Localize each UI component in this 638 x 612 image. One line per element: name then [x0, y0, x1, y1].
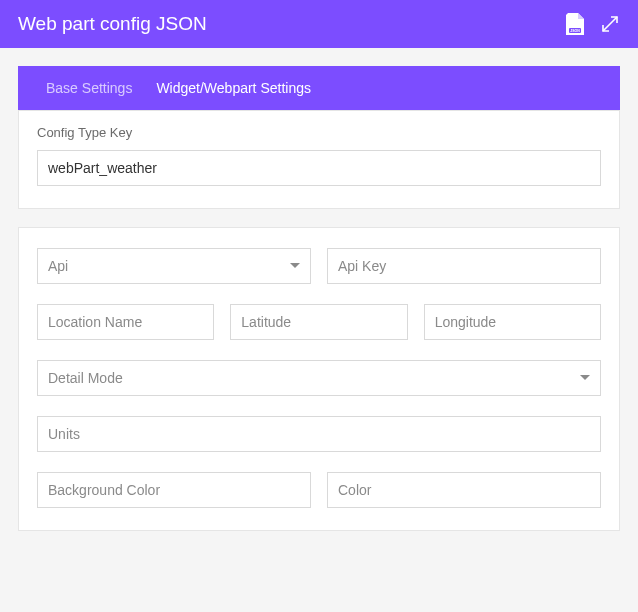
units-input[interactable] — [37, 416, 601, 452]
color-input[interactable] — [327, 472, 601, 508]
api-select[interactable]: Api — [37, 248, 311, 284]
detail-mode-select[interactable]: Detail Mode — [37, 360, 601, 396]
json-file-icon[interactable]: JSON — [566, 13, 584, 35]
latitude-input[interactable] — [230, 304, 407, 340]
dialog-title: Web part config JSON — [18, 13, 207, 35]
expand-icon[interactable] — [600, 14, 620, 34]
chevron-down-icon — [580, 375, 590, 381]
settings-card: Api Detai — [18, 227, 620, 531]
chevron-down-icon — [290, 263, 300, 269]
api-select-placeholder: Api — [48, 258, 68, 274]
tab-widget-settings[interactable]: Widget/Webpart Settings — [144, 66, 323, 110]
longitude-input[interactable] — [424, 304, 601, 340]
location-name-input[interactable] — [37, 304, 214, 340]
detail-mode-placeholder: Detail Mode — [48, 370, 123, 386]
config-type-key-input[interactable] — [37, 150, 601, 186]
header-actions: JSON — [566, 13, 620, 35]
tab-base-settings[interactable]: Base Settings — [34, 66, 144, 110]
config-key-card: Config Type Key — [18, 110, 620, 209]
api-key-input[interactable] — [327, 248, 601, 284]
svg-text:JSON: JSON — [570, 29, 580, 33]
dialog-header: Web part config JSON JSON — [0, 0, 638, 48]
tab-bar: Base Settings Widget/Webpart Settings — [18, 66, 620, 110]
dialog-body: Base Settings Widget/Webpart Settings Co… — [0, 48, 638, 549]
config-type-key-label: Config Type Key — [37, 125, 601, 140]
background-color-input[interactable] — [37, 472, 311, 508]
